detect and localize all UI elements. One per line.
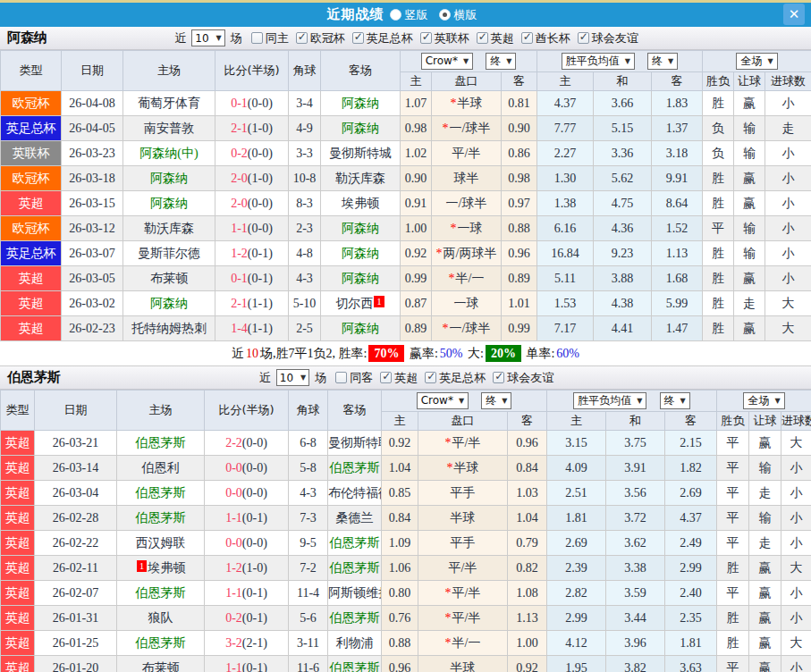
recent-games-select[interactable]: 10▼ [191, 29, 224, 46]
sub-col-avg-draw: 和 [594, 72, 652, 91]
scope-select[interactable]: 全场▼ [743, 392, 784, 409]
col-header-corners: 角球 [289, 51, 321, 91]
filter-checkbox[interactable] [335, 372, 347, 383]
home-odds: 0.96 [382, 656, 418, 672]
match-date: 26-03-02 [62, 291, 123, 316]
result-wdl: 平 [717, 456, 749, 481]
filter-checkbox-label: 英足总杯 [439, 370, 486, 386]
filter-checkbox[interactable] [578, 32, 589, 44]
filters: 近10▼场同客英超英足总杯球会友谊 [258, 369, 553, 386]
fulltime-score: 0-2 [225, 611, 242, 625]
league-badge: 英超 [1, 316, 62, 341]
home-team: 1埃弗顿 [117, 556, 205, 581]
result-handicap: 走 [749, 531, 781, 556]
result-handicap: 输 [734, 141, 765, 166]
filter-checkbox[interactable] [493, 372, 504, 383]
league-badge: 英超 [1, 581, 35, 606]
filter-checkbox[interactable] [352, 32, 364, 44]
match-row: 欧冠杯26-04-08葡萄牙体育0-1(0-0)3-4阿森纳1.07*半球0.8… [1, 91, 811, 116]
avg-draw: 3.91 [606, 456, 665, 481]
handicap-line: 半球 [418, 656, 508, 672]
away-odds: 0.96 [508, 431, 547, 456]
away-odds: 0.82 [508, 556, 547, 581]
score-cell: 2-2(0-0) [205, 431, 289, 456]
match-date: 26-01-31 [35, 606, 117, 631]
halftime-score: (0-0) [242, 436, 267, 449]
away-team-name: 切尔西 [335, 297, 373, 310]
halftime-score: (0-0) [242, 461, 267, 475]
away-team: 切尔西1 [321, 291, 401, 316]
away-team-name: 阿森纳 [342, 272, 379, 285]
chevron-down-icon: ▼ [300, 374, 306, 382]
title-bar: 近期战绩 竖版横版 ✕ [0, 3, 811, 27]
result-goals: 小 [781, 531, 811, 556]
odds-source-select[interactable]: Crow*▼ [417, 392, 469, 409]
star-marker: * [451, 222, 457, 235]
fulltime-score: 1-1 [225, 511, 242, 525]
league-badge: 英超 [1, 656, 35, 672]
avg-draw: 3.96 [606, 631, 665, 656]
filter-checkbox[interactable] [251, 32, 263, 44]
filter-checkbox[interactable] [477, 32, 488, 44]
match-row: 英超26-01-20布莱顿1-1(0-1)11-6伯恩茅斯0.96半球0.921… [1, 656, 811, 672]
avg-state-select[interactable]: 终▼ [647, 53, 678, 70]
fulltime-score: 1-4 [231, 322, 248, 335]
away-odds: 0.92 [508, 656, 547, 672]
halftime-score: (0-0) [248, 97, 273, 110]
odds-state-select[interactable]: 终▼ [486, 53, 516, 70]
fulltime-score: 2-2 [225, 436, 242, 449]
layout-radio-label: 横版 [454, 7, 477, 23]
league-badge: 欧冠杯 [1, 216, 62, 241]
avg-away: 3.18 [652, 141, 703, 166]
close-button[interactable]: ✕ [783, 4, 805, 25]
layout-radio[interactable] [390, 9, 401, 21]
filter-checkbox[interactable] [380, 372, 392, 383]
avg-draw: 3.59 [606, 581, 665, 606]
scope-select[interactable]: 全场▼ [736, 53, 777, 70]
result-wdl: 平 [717, 656, 749, 672]
match-row: 英超26-02-28伯恩茅斯1-1(0-1)7-3桑德兰0.84半球1.041.… [1, 506, 811, 531]
filter-checkbox[interactable] [425, 372, 436, 383]
score-cell: 0-1(0-0) [215, 91, 289, 116]
avg-draw: 3.44 [606, 606, 665, 631]
summary-segment: 单率: [523, 347, 554, 360]
match-row: 英超26-01-25伯恩茅斯3-2(2-1)3-11利物浦0.88*半/一1.0… [1, 631, 811, 656]
home-team-name: 阿森纳 [150, 297, 188, 310]
fulltime-score: 2-0 [231, 172, 248, 185]
league-badge: 英超 [1, 506, 35, 531]
home-team-name: 阿森纳 [150, 172, 188, 185]
home-team: 伯恩茅斯 [117, 581, 205, 606]
odds-source-select[interactable]: Crow*▼ [421, 53, 473, 70]
avg-away: 3.63 [665, 656, 717, 672]
recent-games-select[interactable]: 10▼ [276, 369, 309, 386]
summary-segment: 场,胜7平1负2, 胜率: [260, 347, 367, 360]
handicap-line: 平手 [418, 481, 508, 506]
avg-draw: 3.75 [606, 431, 665, 456]
odds-state-select[interactable]: 终▼ [481, 392, 511, 409]
match-date: 26-01-20 [35, 656, 117, 672]
avg-home: 1.30 [537, 166, 594, 191]
away-team-name: 阿斯顿维拉 [328, 586, 382, 600]
home-team: 伯恩茅斯 [117, 431, 205, 456]
away-team-name: 勒沃库森 [335, 172, 385, 185]
away-team: 勒沃库森 [321, 166, 401, 191]
near-label: 近 [259, 370, 271, 386]
summary-segment: 近 [232, 347, 244, 360]
home-team-name: 阿森纳 [150, 197, 188, 210]
handicap-line: *两/两球半 [432, 241, 502, 266]
home-odds: 0.87 [401, 291, 432, 316]
avg-type-select[interactable]: 胜平负均值▼ [562, 53, 635, 70]
halftime-score: (0-1) [242, 586, 267, 600]
filter-checkbox[interactable] [420, 32, 432, 44]
layout-radio[interactable] [439, 9, 451, 21]
home-team-name: 伯恩茅斯 [136, 436, 186, 449]
avg-type-select[interactable]: 胜平负均值▼ [573, 392, 646, 409]
avg-state-select[interactable]: 终▼ [660, 392, 690, 409]
away-team-name: 伯恩茅斯 [330, 611, 380, 625]
corners: 3-11 [289, 631, 328, 656]
filter-checkbox[interactable] [296, 32, 308, 44]
sub-col-avg-away: 客 [665, 412, 717, 431]
avg-away: 1.52 [652, 216, 703, 241]
score-cell: 1-2(1-0) [205, 556, 289, 581]
filter-checkbox[interactable] [521, 32, 533, 44]
